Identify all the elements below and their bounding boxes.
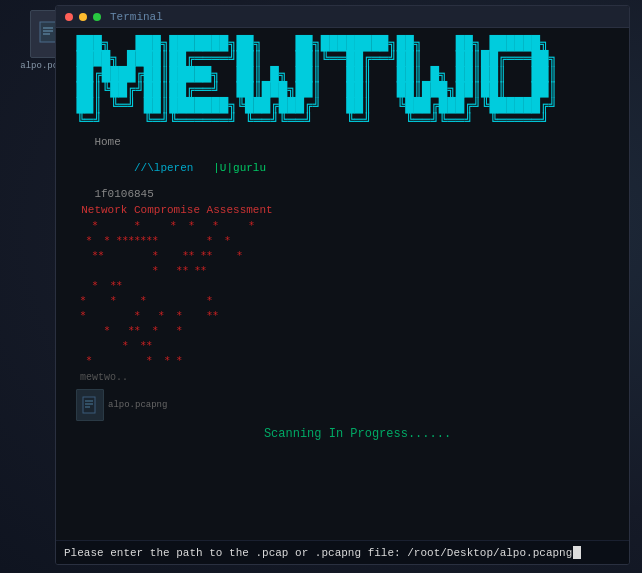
nav-line: //\lperen |U|gurlu	[68, 150, 617, 186]
stars-art: * * * * * * * * ******* * * ** * ** ** *…	[68, 218, 617, 368]
terminal-maximize-icon	[92, 12, 102, 22]
nav-path-green: |U|gurlu	[213, 162, 266, 174]
terminal-title: Terminal	[110, 11, 163, 23]
terminal-input-line[interactable]: Please enter the path to the .pcap or .p…	[56, 540, 629, 564]
terminal-dot-icon	[64, 12, 74, 22]
svg-point-6	[93, 13, 101, 21]
input-cursor	[573, 546, 581, 559]
nca-header: Network Compromise Assessment	[68, 204, 617, 216]
pcap-file-icon	[76, 389, 104, 421]
svg-rect-0	[40, 22, 56, 42]
scanning-line: Scanning In Progress......	[68, 427, 617, 441]
terminal-titlebar: Terminal	[56, 6, 629, 28]
terminal-window: Terminal ███╗ ███╗███████╗██╗ ██╗███████…	[55, 5, 630, 565]
pcap-icon-area: alpo.pcapng	[68, 389, 617, 421]
pcap-icon-label: alpo.pcapng	[108, 400, 167, 410]
mewtwit-label: mewtwo..	[68, 372, 617, 383]
svg-point-5	[79, 13, 87, 21]
nav-path-cyan: //\lperen	[134, 162, 193, 174]
input-text: Please enter the path to the .pcap or .p…	[64, 547, 572, 559]
svg-point-4	[65, 13, 73, 21]
terminal-body[interactable]: ███╗ ███╗███████╗██╗ ██╗████████╗██╗ ██╗…	[56, 28, 629, 564]
ascii-art-title: ███╗ ███╗███████╗██╗ ██╗████████╗██╗ ██╗…	[68, 36, 617, 128]
terminal-minimize-icon	[78, 12, 88, 22]
id-label: 1f0106845	[68, 188, 617, 200]
home-label: Home	[68, 136, 617, 148]
svg-rect-7	[83, 397, 95, 413]
